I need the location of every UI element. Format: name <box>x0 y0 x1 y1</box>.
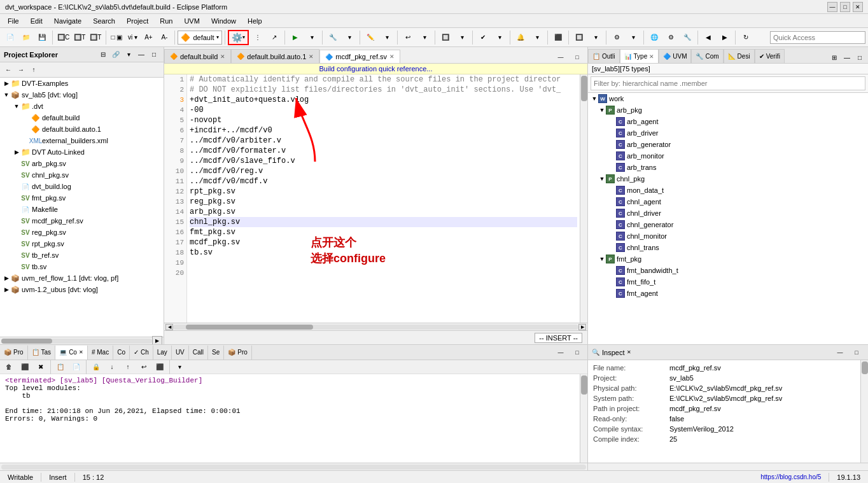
type-item-arb-agent[interactable]: C arb_agent <box>588 116 868 127</box>
tree-item-sv-lab5[interactable]: ▼ 📦 sv_lab5 [dvt: vlog] <box>0 89 164 101</box>
filter-input[interactable] <box>591 76 865 90</box>
tb-dvt3[interactable]: 🔧 <box>680 30 695 45</box>
type-item-mon-data[interactable]: C mon_data_t <box>588 185 868 196</box>
tb-check-btn[interactable]: ✔ <box>475 30 491 45</box>
console-max-btn[interactable]: □ <box>570 347 585 358</box>
tab-mcdf-pkg-ref[interactable]: 🔷 mcdf_pkg_ref.sv ✕ <box>319 50 400 64</box>
console-settings-btn[interactable]: ▾ <box>172 360 187 375</box>
tree-item-default-build[interactable]: 🔶 default.build <box>0 112 164 123</box>
tab-default-build[interactable]: 🔶 default.build ✕ <box>164 49 231 63</box>
tab-uv[interactable]: UV <box>172 346 189 360</box>
tree-item-rpt-pkg[interactable]: SV rpt_pkg.sv <box>0 238 164 249</box>
type-item-fmt-pkg[interactable]: ▼ P fmt_pkg <box>588 253 868 265</box>
tb-view2[interactable]: 🔲 <box>571 30 587 45</box>
type-item-arb-pkg[interactable]: ▼ P arb_pkg <box>588 104 868 116</box>
run-button[interactable]: ▶ <box>288 30 303 45</box>
forward-nav-button[interactable]: → <box>15 64 27 76</box>
tree-item-default-build-auto[interactable]: 🔶 default.build.auto.1 <box>0 123 164 135</box>
tb-btn-t[interactable]: 🔲T <box>72 30 87 45</box>
tab-se[interactable]: Se <box>208 346 224 360</box>
tab-outline[interactable]: 📋 Outli <box>588 49 620 63</box>
quick-access-input[interactable] <box>770 31 865 44</box>
inspect-min-btn[interactable]: — <box>832 347 848 358</box>
tb-back[interactable]: ◀ <box>701 30 716 45</box>
tab-close-3[interactable]: ✕ <box>389 53 395 60</box>
menu-run[interactable]: Run <box>155 16 178 26</box>
type-item-work[interactable]: ▼ W work <box>588 93 868 104</box>
tb-vi[interactable]: vi ▾ <box>125 30 140 45</box>
editor-vscrollbar[interactable] <box>580 74 587 323</box>
dvt-configure-button[interactable]: ⚙️▾ <box>228 30 249 45</box>
type-item-arb-monitor[interactable]: C arb_monitor <box>588 150 868 162</box>
tree-item-tb[interactable]: SV tb.sv <box>0 261 164 272</box>
type-item-arb-trans[interactable]: C arb_trans <box>588 162 868 173</box>
type-item-chnl-driver[interactable]: C chnl_driver <box>588 207 868 219</box>
minimize-button[interactable]: — <box>827 2 837 12</box>
tb-view1[interactable]: ⬛ <box>550 30 566 45</box>
tree-item-makefile[interactable]: 📄 Makefile <box>0 204 164 215</box>
code-area[interactable]: # Automatically identify and compile all… <box>187 74 580 323</box>
inspect-max-btn[interactable]: □ <box>849 347 864 358</box>
tab-uvm[interactable]: 🔷 UVM <box>659 49 691 63</box>
tab-pro[interactable]: 📦 Pro <box>0 346 28 360</box>
close-button[interactable]: ✕ <box>853 2 863 12</box>
console-lock-btn[interactable]: 🔒 <box>88 360 104 375</box>
tree-item-uvm-ubus[interactable]: ▶ 📦 uvm-1.2_ubus [dvt: vlog] <box>0 284 164 295</box>
right-view-btn[interactable]: ⊞ <box>829 52 840 63</box>
tb-tool1-d[interactable]: ▾ <box>454 30 470 45</box>
console-copy-btn[interactable]: 📋 <box>53 360 68 375</box>
type-item-chnl-monitor[interactable]: C chnl_monitor <box>588 230 868 242</box>
scroll-right-btn[interactable]: ▶ <box>152 336 162 345</box>
editor-hint-bar[interactable]: Build configuration quick reference... <box>164 64 587 74</box>
scroll-right-btn2[interactable]: ▶ <box>578 324 586 330</box>
console-stop-btn[interactable]: ⬛ <box>17 360 32 375</box>
new-button[interactable]: 📄 <box>3 30 18 45</box>
right-minimize-btn[interactable]: — <box>841 52 853 63</box>
menu-search[interactable]: Search <box>88 16 120 26</box>
type-item-chnl-agent[interactable]: C chnl_agent <box>588 196 868 207</box>
tab-co2[interactable]: Co <box>113 346 130 360</box>
tab-pro2[interactable]: 📦 Pro <box>224 346 252 360</box>
tb-nav-btn[interactable]: ↩ <box>400 30 416 45</box>
type-item-chnl-pkg[interactable]: ▼ P chnl_pkg <box>588 173 868 185</box>
tree-item-external-builders[interactable]: XML external_builders.xml <box>0 135 164 146</box>
console-stop2-btn[interactable]: ✖ <box>33 360 48 375</box>
right-maximize-btn[interactable]: □ <box>854 52 865 63</box>
console-up-btn[interactable]: ↑ <box>120 360 136 375</box>
tb-btn-t2[interactable]: 🔲T <box>88 30 103 45</box>
tb-gear-d[interactable]: ▾ <box>626 30 641 45</box>
tb-ext1-drop[interactable]: ▾ <box>342 30 357 45</box>
tab-com[interactable]: 🔧 Com <box>691 49 723 63</box>
panel-maximize-button[interactable]: □ <box>148 49 160 60</box>
editor-hscrollbar[interactable]: ◀ ▶ <box>164 323 587 330</box>
menu-navigate[interactable]: Navigate <box>49 16 87 26</box>
tb-a-plus[interactable]: A+ <box>141 30 156 45</box>
editor-minimize-btn[interactable]: — <box>553 52 568 63</box>
menu-uvm[interactable]: UVM <box>179 16 204 26</box>
tab-console[interactable]: 💻 Co ✕ <box>55 346 88 360</box>
tab-ch[interactable]: ✓ Ch <box>130 346 153 360</box>
link-editor-button[interactable]: 🔗 <box>110 49 122 60</box>
tab-close-2[interactable]: ✕ <box>309 53 314 60</box>
tb-forward[interactable]: ▶ <box>717 30 732 45</box>
console-clear-btn[interactable]: 🗑 <box>1 360 17 375</box>
panel-menu-button[interactable]: ▾ <box>123 49 134 60</box>
tab-type[interactable]: 📊 Type ✕ <box>620 49 659 63</box>
menu-project[interactable]: Project <box>122 16 153 26</box>
tab-lay[interactable]: Lay <box>153 346 172 360</box>
type-item-fmt-agent[interactable]: C fmt_agent <box>588 288 868 299</box>
back-nav-button[interactable]: ← <box>3 64 14 76</box>
tree-item-chnl-pkg[interactable]: SV chnl_pkg.sv <box>0 169 164 181</box>
type-close[interactable]: ✕ <box>649 53 654 60</box>
tree-item-dvt[interactable]: ▼ 📁 .dvt <box>0 101 164 112</box>
menu-file[interactable]: File <box>3 16 24 26</box>
menu-window[interactable]: Window <box>206 16 241 26</box>
tb-tool1[interactable]: 🔲 <box>438 30 453 45</box>
console-close[interactable]: ✕ <box>79 349 83 355</box>
type-item-arb-driver[interactable]: C arb_driver <box>588 127 868 139</box>
tb-refresh[interactable]: ↻ <box>738 30 753 45</box>
tree-item-mcdf-pkg-ref[interactable]: SV mcdf_pkg_ref.sv <box>0 215 164 227</box>
tab-desi[interactable]: 📐 Desi <box>724 49 755 63</box>
tb-gear[interactable]: ⚙ <box>609 30 624 45</box>
tb-arrow-btn[interactable]: ↗ <box>267 30 282 45</box>
